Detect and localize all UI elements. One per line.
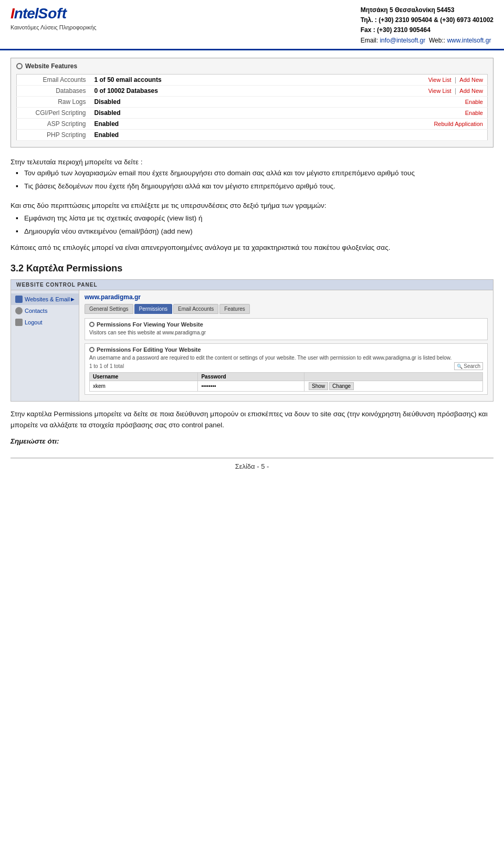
features-action-0: View List | Add New bbox=[195, 74, 488, 85]
features-value-5: Enabled bbox=[90, 129, 195, 140]
features-value-0: 1 of 50 email accounts bbox=[90, 74, 195, 85]
cpanel-search-box: 🔍 Search bbox=[454, 362, 483, 370]
features-action-5 bbox=[195, 129, 488, 140]
contact-info: Μητσάκη 5 Θεσσαλονίκη 54453 Τηλ. : (+30)… bbox=[361, 5, 494, 46]
nav-label-1: Contacts bbox=[25, 308, 47, 314]
cpanel-tab-email-accounts[interactable]: Email Accounts bbox=[173, 304, 218, 314]
cpanel-user-row-0: xkem••••••••ShowChange bbox=[90, 381, 483, 392]
features-row-2: Raw LogsDisabledEnable bbox=[17, 96, 488, 107]
features-action-link-0-0[interactable]: View List bbox=[428, 77, 452, 83]
features-value-1: 0 of 10002 Databases bbox=[90, 85, 195, 96]
main-content: Website Features Email Accounts1 of 50 e… bbox=[0, 50, 504, 478]
features-label-1: Databases bbox=[17, 85, 90, 96]
nav-label-0: Websites & Email bbox=[25, 296, 70, 302]
features-panel: Website Features Email Accounts1 of 50 e… bbox=[10, 58, 494, 148]
cpanel-users-table: Username Password xkem••••••••ShowChange bbox=[89, 372, 483, 392]
features-action-4: Rebuild Application bbox=[195, 118, 488, 129]
cpanel-sidebar: Websites & Email▶ContactsLogout bbox=[11, 290, 79, 401]
features-label-2: Raw Logs bbox=[17, 96, 90, 107]
features-panel-title: Website Features bbox=[16, 62, 488, 70]
body-text-1-list: Τον αριθμό των λογαριασμών email που έχε… bbox=[16, 168, 494, 192]
cpanel-password-0: •••••••• bbox=[198, 381, 304, 392]
features-action-3: Enable bbox=[195, 107, 488, 118]
cpanel-tab-general-settings[interactable]: General Settings bbox=[85, 304, 133, 314]
body-text-2: Και στις δύο περιπτώσεις μπορείτε να επι… bbox=[10, 201, 494, 254]
cpanel-section1-title: Permissions For Viewing Your Website bbox=[89, 321, 483, 328]
cpanel-show-button-0[interactable]: Show bbox=[309, 382, 328, 390]
features-action-1: View List | Add New bbox=[195, 85, 488, 96]
features-row-1: Databases0 of 10002 DatabasesView List |… bbox=[17, 85, 488, 96]
cpanel-count: 1 to 1 of 1 total bbox=[89, 363, 124, 369]
features-row-0: Email Accounts1 of 50 email accountsView… bbox=[17, 74, 488, 85]
features-panel-label: Website Features bbox=[25, 62, 77, 70]
features-row-4: ASP ScriptingEnabledRebuild Application bbox=[17, 118, 488, 129]
features-label-0: Email Accounts bbox=[17, 74, 90, 85]
features-action-2: Enable bbox=[195, 96, 488, 107]
section1-text: Visitors can see this website at www.par… bbox=[89, 330, 483, 335]
body2-bullet-0: Εμφάνιση της λίστα με τις σχετικές αναφο… bbox=[16, 213, 494, 224]
web-link[interactable]: www.intelsoft.gr bbox=[447, 37, 491, 44]
col-username: Username bbox=[90, 373, 198, 381]
features-action-link-4-0[interactable]: Rebuild Application bbox=[434, 121, 483, 127]
features-row-3: CGI/Perl ScriptingDisabledEnable bbox=[17, 107, 488, 118]
logo-box: Intel Soft bbox=[10, 5, 67, 22]
panel-circle-icon bbox=[16, 63, 23, 69]
cpanel-section2-title: Permissions For Editing Your Website bbox=[89, 346, 483, 353]
cpanel-nav-logout[interactable]: Logout bbox=[11, 317, 79, 328]
cpanel-change-button-0[interactable]: Change bbox=[329, 382, 354, 390]
body-text-2-para2: Κάποιες από τις επιλογές μπορεί να είναι… bbox=[10, 243, 494, 254]
features-label-3: CGI/Perl Scripting bbox=[17, 107, 90, 118]
email-line: Email: info@intelsoft.gr Web:: www.intel… bbox=[361, 36, 494, 46]
section-heading: 3.2 Καρτέλα Permissions bbox=[10, 263, 494, 274]
search-icon: 🔍 bbox=[457, 364, 463, 369]
cpanel-screenshot: WEBSITE CONTROL PANEL Websites & Email▶C… bbox=[10, 279, 494, 402]
features-value-2: Disabled bbox=[90, 96, 195, 107]
email-label: Email: bbox=[361, 37, 378, 44]
body-text-1: Στην τελευταία περιοχή μπορείτε να δείτε… bbox=[10, 157, 494, 192]
cpanel-user-actions-0: ShowChange bbox=[304, 381, 483, 392]
body1-bullet-1: Τις βάσεις δεδομένων που έχετε ήδη δημιο… bbox=[16, 181, 494, 192]
cpanel-main-area: www.paradigma.gr General SettingsPermiss… bbox=[79, 290, 493, 401]
search-placeholder: Search bbox=[464, 363, 480, 369]
page-header: Intel Soft Καινοτόμες Λύσεις Πληροφορική… bbox=[0, 0, 504, 50]
email-link[interactable]: info@intelsoft.gr bbox=[380, 37, 425, 44]
footer: Σελίδα - 5 - bbox=[10, 458, 494, 470]
logo-subtitle: Καινοτόμες Λύσεις Πληροφορικής bbox=[10, 24, 97, 30]
features-action-link-1-1[interactable]: Add New bbox=[459, 88, 483, 94]
features-action-link-3-0[interactable]: Enable bbox=[465, 110, 483, 116]
features-action-link-1-0[interactable]: View List bbox=[428, 88, 452, 94]
features-table: Email Accounts1 of 50 email accountsView… bbox=[16, 74, 488, 141]
section1-dot bbox=[89, 322, 94, 327]
body2-bullet-1: Δημιουργία νέου αντικειμένου (email/βάση… bbox=[16, 226, 494, 237]
body1-bullet-0: Τον αριθμό των λογαριασμών email που έχε… bbox=[16, 168, 494, 179]
web-label: Web: bbox=[429, 37, 444, 44]
features-value-4: Enabled bbox=[90, 118, 195, 129]
section2-description: An username and a password are required … bbox=[89, 355, 483, 361]
cpanel-tab-features[interactable]: Features bbox=[219, 304, 249, 314]
cpanel-tabs: General SettingsPermissionsEmail Account… bbox=[85, 304, 488, 314]
page-label: Σελίδα - 5 - bbox=[235, 462, 269, 470]
nav-arrow-0: ▶ bbox=[71, 297, 75, 302]
cpanel-username-0: xkem bbox=[90, 381, 198, 392]
logo-soft: Soft bbox=[38, 5, 67, 22]
cpanel-nav-contacts[interactable]: Contacts bbox=[11, 305, 79, 317]
address-line3: Fax : (+30) 2310 905464 bbox=[361, 25, 494, 35]
features-action-link-2-0[interactable]: Enable bbox=[465, 99, 483, 105]
address-line1: Μητσάκη 5 Θεσσαλονίκη 54453 bbox=[361, 5, 494, 15]
features-label-4: ASP Scripting bbox=[17, 118, 90, 129]
features-row-5: PHP ScriptingEnabled bbox=[17, 129, 488, 140]
body-text-2-para1: Και στις δύο περιπτώσεις μπορείτε να επι… bbox=[10, 201, 494, 212]
bottom-text: Στην καρτέλα Permissions μπορείτε να δεί… bbox=[10, 409, 494, 431]
features-action-link-0-1[interactable]: Add New bbox=[459, 77, 483, 83]
section1-label: Permissions For Viewing Your Website bbox=[97, 321, 203, 328]
body-text-2-list: Εμφάνιση της λίστα με τις σχετικές αναφο… bbox=[16, 213, 494, 237]
cpanel-nav-websites-&-email[interactable]: Websites & Email▶ bbox=[11, 293, 79, 305]
websites-icon bbox=[15, 296, 23, 303]
note-label: Σημειώστε ότι: bbox=[10, 436, 494, 447]
cpanel-info-row: 1 to 1 of 1 total 🔍 Search bbox=[89, 362, 483, 370]
cpanel-body: Websites & Email▶ContactsLogout www.para… bbox=[11, 290, 493, 401]
cpanel-section-viewing: Permissions For Viewing Your Website Vis… bbox=[85, 318, 488, 340]
cpanel-tab-permissions[interactable]: Permissions bbox=[134, 304, 172, 314]
body-text-1-intro: Στην τελευταία περιοχή μπορείτε να δείτε… bbox=[10, 157, 494, 168]
address-line2: Τηλ. : (+30) 2310 905404 & (+30) 6973 40… bbox=[361, 15, 494, 25]
